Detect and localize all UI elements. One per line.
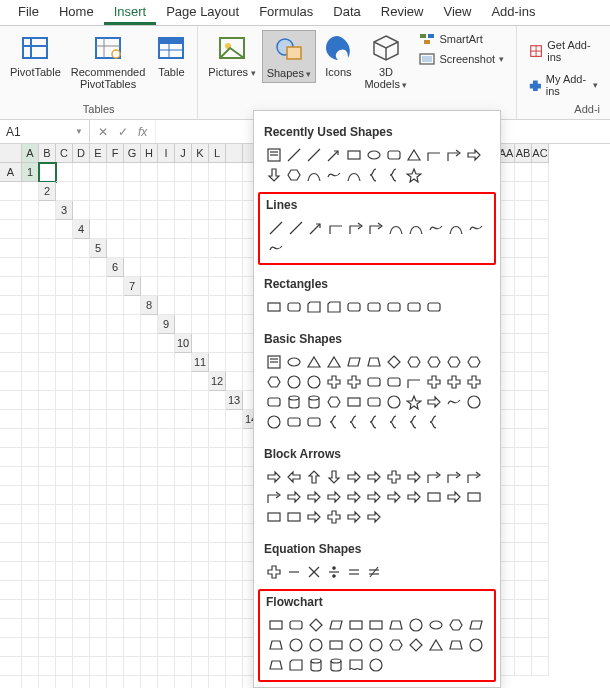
cell[interactable] xyxy=(175,467,192,486)
cell[interactable] xyxy=(107,296,124,315)
cell[interactable] xyxy=(226,239,243,258)
tab-insert[interactable]: Insert xyxy=(104,0,157,25)
shape-option[interactable] xyxy=(324,297,343,316)
select-all-corner[interactable] xyxy=(0,144,22,163)
cell[interactable] xyxy=(56,315,73,334)
icons-button[interactable]: Icons xyxy=(318,30,358,80)
cell[interactable] xyxy=(73,505,90,524)
tab-view[interactable]: View xyxy=(433,0,481,25)
column-header[interactable]: AC xyxy=(532,144,549,163)
shape-option[interactable] xyxy=(384,352,403,371)
shape-option[interactable] xyxy=(444,467,463,486)
row-header[interactable]: 5 xyxy=(90,239,107,258)
cell[interactable] xyxy=(209,220,226,239)
cell[interactable] xyxy=(175,543,192,562)
cell[interactable] xyxy=(192,486,209,505)
cell[interactable] xyxy=(39,353,56,372)
cell[interactable] xyxy=(73,391,90,410)
cell[interactable] xyxy=(209,277,226,296)
shape-option[interactable] xyxy=(424,352,443,371)
cell[interactable] xyxy=(22,239,39,258)
cell[interactable] xyxy=(107,543,124,562)
table-button[interactable]: Table xyxy=(151,30,191,92)
cell[interactable] xyxy=(107,619,124,638)
shape-option[interactable] xyxy=(404,145,423,164)
shape-option[interactable] xyxy=(446,218,465,237)
cell[interactable] xyxy=(209,505,226,524)
cell[interactable] xyxy=(0,524,22,543)
cell[interactable] xyxy=(22,486,39,505)
cell[interactable] xyxy=(56,524,73,543)
shape-option[interactable] xyxy=(384,467,403,486)
cell[interactable] xyxy=(39,410,56,429)
shape-option[interactable] xyxy=(264,392,283,411)
shape-option[interactable] xyxy=(424,392,443,411)
cell[interactable] xyxy=(209,600,226,619)
cell[interactable] xyxy=(192,296,209,315)
cell[interactable] xyxy=(0,448,22,467)
cell[interactable] xyxy=(532,353,549,372)
cell[interactable] xyxy=(22,201,39,220)
cell[interactable] xyxy=(158,581,175,600)
cell[interactable] xyxy=(532,258,549,277)
cell[interactable] xyxy=(90,353,107,372)
cell[interactable] xyxy=(124,296,141,315)
shape-option[interactable] xyxy=(404,392,423,411)
cell[interactable] xyxy=(107,429,124,448)
shape-option[interactable] xyxy=(306,635,325,654)
shape-option[interactable] xyxy=(344,352,363,371)
cell[interactable] xyxy=(0,182,22,201)
cell[interactable] xyxy=(175,524,192,543)
cell[interactable] xyxy=(192,277,209,296)
shape-option[interactable] xyxy=(364,392,383,411)
cell[interactable] xyxy=(73,410,90,429)
cell[interactable] xyxy=(158,201,175,220)
cell[interactable] xyxy=(209,258,226,277)
cell[interactable] xyxy=(124,486,141,505)
shape-option[interactable] xyxy=(444,487,463,506)
cell[interactable] xyxy=(532,638,549,657)
cell[interactable] xyxy=(39,258,56,277)
tab-page-layout[interactable]: Page Layout xyxy=(156,0,249,25)
cell[interactable] xyxy=(515,239,532,258)
shape-option[interactable] xyxy=(344,297,363,316)
shape-option[interactable] xyxy=(464,392,483,411)
shape-option[interactable] xyxy=(426,635,445,654)
cell[interactable] xyxy=(73,486,90,505)
cell[interactable] xyxy=(0,315,22,334)
shape-option[interactable] xyxy=(264,467,283,486)
cell[interactable] xyxy=(532,657,549,676)
cell[interactable] xyxy=(107,676,124,688)
shape-option[interactable] xyxy=(304,352,323,371)
cell[interactable] xyxy=(56,391,73,410)
cell[interactable] xyxy=(175,372,192,391)
shape-option[interactable] xyxy=(284,507,303,526)
shape-option[interactable] xyxy=(464,372,483,391)
shape-option[interactable] xyxy=(264,165,283,184)
shape-option[interactable] xyxy=(284,392,303,411)
shape-option[interactable] xyxy=(406,635,425,654)
shape-option[interactable] xyxy=(386,635,405,654)
shape-option[interactable] xyxy=(344,412,363,431)
cell[interactable] xyxy=(22,562,39,581)
cell[interactable] xyxy=(107,220,124,239)
cell[interactable] xyxy=(39,391,56,410)
shape-option[interactable] xyxy=(284,372,303,391)
cell[interactable] xyxy=(124,353,141,372)
cell[interactable] xyxy=(107,353,124,372)
shape-option[interactable] xyxy=(364,352,383,371)
shape-option[interactable] xyxy=(384,412,403,431)
cell[interactable] xyxy=(124,182,141,201)
cell[interactable] xyxy=(515,182,532,201)
shape-option[interactable] xyxy=(304,297,323,316)
cell[interactable] xyxy=(39,163,56,182)
cell[interactable] xyxy=(107,391,124,410)
cell[interactable] xyxy=(226,657,243,676)
shape-option[interactable] xyxy=(324,352,343,371)
cell[interactable] xyxy=(0,410,22,429)
shape-option[interactable] xyxy=(306,615,325,634)
cell[interactable] xyxy=(124,258,141,277)
cell[interactable] xyxy=(141,657,158,676)
cell[interactable] xyxy=(73,543,90,562)
cell[interactable] xyxy=(515,163,532,182)
